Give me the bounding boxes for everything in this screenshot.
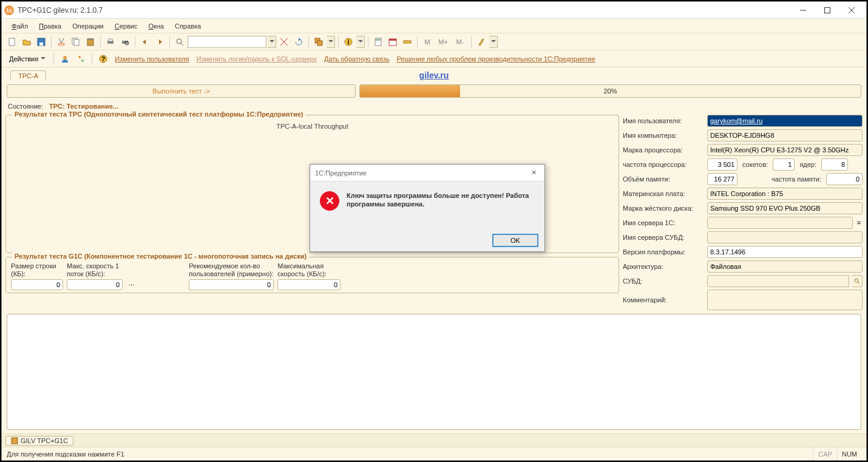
- calendar-icon[interactable]: [386, 35, 399, 49]
- g1c-col1-value[interactable]: [11, 279, 63, 290]
- menu-operations[interactable]: Операции: [67, 21, 108, 31]
- subd-field[interactable]: [707, 275, 849, 287]
- status-hint: Для получения подсказки нажмите F1: [7, 450, 813, 458]
- actions-button[interactable]: Действия: [5, 54, 49, 64]
- ver-field[interactable]: [707, 246, 863, 258]
- menu-help[interactable]: Справка: [170, 21, 206, 31]
- error-icon: ✕: [320, 191, 339, 211]
- ok-button[interactable]: OK: [492, 234, 538, 247]
- g1c-col1-label: Размер строки (КБ):: [11, 262, 63, 278]
- paste-icon[interactable]: [84, 35, 97, 49]
- memfreq-label: частота памяти:: [740, 175, 824, 183]
- info-dropdown[interactable]: [356, 36, 365, 48]
- arch-field[interactable]: [707, 260, 863, 273]
- refresh-icon[interactable]: [292, 35, 305, 49]
- g1c-col3-value[interactable]: [189, 279, 274, 290]
- copy-icon[interactable]: [69, 35, 83, 49]
- change-user-link[interactable]: Изменить пользователя: [112, 55, 191, 63]
- g1c-col4-value[interactable]: [277, 279, 341, 290]
- minimize-button[interactable]: [791, 2, 815, 18]
- tab-tpc-a[interactable]: TPC-A: [10, 70, 46, 81]
- ruler-icon[interactable]: [401, 35, 414, 49]
- menu-windows[interactable]: Окна: [143, 21, 169, 31]
- memfreq-field[interactable]: [826, 173, 863, 185]
- help-icon[interactable]: ?: [97, 52, 110, 66]
- status-value: TPC: Тестирование...: [49, 103, 118, 110]
- search-icon[interactable]: [173, 35, 186, 49]
- search-input[interactable]: [188, 36, 266, 48]
- subd-label: СУБД:: [623, 277, 705, 285]
- mplus-button[interactable]: M+: [435, 35, 451, 49]
- gilev-link[interactable]: gilev.ru: [419, 70, 449, 80]
- svg-point-30: [63, 56, 67, 59]
- svg-rect-1: [825, 7, 830, 13]
- close-button[interactable]: [839, 2, 864, 18]
- g1c-ellipsis: ...: [126, 279, 137, 290]
- mem-label: Объём памяти:: [623, 175, 705, 183]
- sockets-field[interactable]: [773, 158, 795, 171]
- srvdb-label: Имя сервера СУБД:: [623, 234, 705, 241]
- feedback-link[interactable]: Дать обратную связь: [322, 55, 392, 63]
- user-field[interactable]: [707, 115, 863, 127]
- m-button[interactable]: M: [421, 35, 434, 49]
- svg-rect-36: [12, 438, 18, 444]
- svg-rect-22: [317, 41, 322, 46]
- mem-field[interactable]: [707, 173, 737, 185]
- svg-line-18: [181, 43, 183, 46]
- comp-label: Имя компьютера:: [623, 132, 705, 139]
- maximize-button[interactable]: [815, 2, 839, 18]
- mb-label: Материнская плата:: [623, 190, 705, 197]
- hdd-field[interactable]: [707, 202, 863, 214]
- settings-icon[interactable]: [475, 35, 488, 49]
- tpc-legend: Результат теста TPC (Однопоточный синтет…: [12, 110, 305, 118]
- log-area[interactable]: [7, 314, 861, 430]
- dialog-text: Ключ защиты программы больше не доступен…: [347, 191, 535, 209]
- users-icon[interactable]: [58, 52, 72, 66]
- info-icon[interactable]: i: [342, 35, 355, 49]
- ver-label: Версия платформы:: [623, 248, 705, 256]
- cut-icon[interactable]: [55, 35, 68, 49]
- new-icon[interactable]: [5, 35, 19, 49]
- windows-dropdown[interactable]: [327, 36, 335, 48]
- subd-lookup-icon[interactable]: [852, 275, 863, 287]
- print-icon[interactable]: [104, 35, 117, 49]
- cores-label: ядер:: [797, 161, 819, 168]
- svg-rect-26: [376, 39, 381, 41]
- cpu-field[interactable]: [707, 144, 863, 156]
- window-title: TPC+G1C gilev.ru: 2.1.0.7: [18, 6, 791, 15]
- comp-field[interactable]: [707, 129, 863, 141]
- redo-icon[interactable]: [153, 35, 166, 49]
- mb-field[interactable]: [707, 188, 863, 200]
- save-icon[interactable]: [35, 35, 48, 49]
- g1c-legend: Результат теста G1C (Компонентное тестир…: [12, 253, 309, 260]
- doc-tab[interactable]: GILV TPC+G1C: [5, 436, 73, 446]
- dialog-close-icon[interactable]: ✕: [527, 169, 540, 177]
- solve-link[interactable]: Решение любых проблем производительности…: [395, 55, 598, 63]
- menu-edit[interactable]: Правка: [34, 21, 66, 31]
- srv1c-field[interactable]: [707, 217, 853, 229]
- windows-icon[interactable]: [312, 35, 325, 49]
- svg-rect-10: [74, 39, 79, 46]
- cores-field[interactable]: [821, 158, 848, 171]
- search-dropdown[interactable]: [268, 36, 276, 48]
- change-sql-link[interactable]: Изменить логин/пароль к SQL-серверу: [194, 55, 320, 63]
- calc-icon[interactable]: [371, 35, 385, 49]
- open-icon[interactable]: [20, 35, 33, 49]
- comment-field[interactable]: [707, 290, 863, 310]
- srv1c-label: Имя сервера 1C:: [623, 219, 705, 226]
- undo-icon[interactable]: [138, 35, 152, 49]
- run-test-button[interactable]: Выполнить тест ->: [7, 84, 356, 98]
- g1c-col2-value[interactable]: [67, 279, 123, 290]
- app-icon: 1c: [4, 5, 14, 15]
- hdd-label: Марка жёсткого диска:: [623, 205, 705, 212]
- mminus-button[interactable]: M-: [452, 35, 468, 49]
- menu-file[interactable]: Файл: [7, 21, 33, 31]
- freq-field[interactable]: [707, 158, 737, 171]
- srvdb-field[interactable]: [707, 231, 863, 243]
- user-switch-icon[interactable]: [74, 52, 87, 66]
- menu-service[interactable]: Сервис: [110, 21, 143, 31]
- print-preview-icon[interactable]: [118, 35, 132, 49]
- settings-dropdown[interactable]: [489, 36, 498, 48]
- clear-search-icon[interactable]: [277, 35, 291, 49]
- svg-text:?: ?: [101, 55, 106, 63]
